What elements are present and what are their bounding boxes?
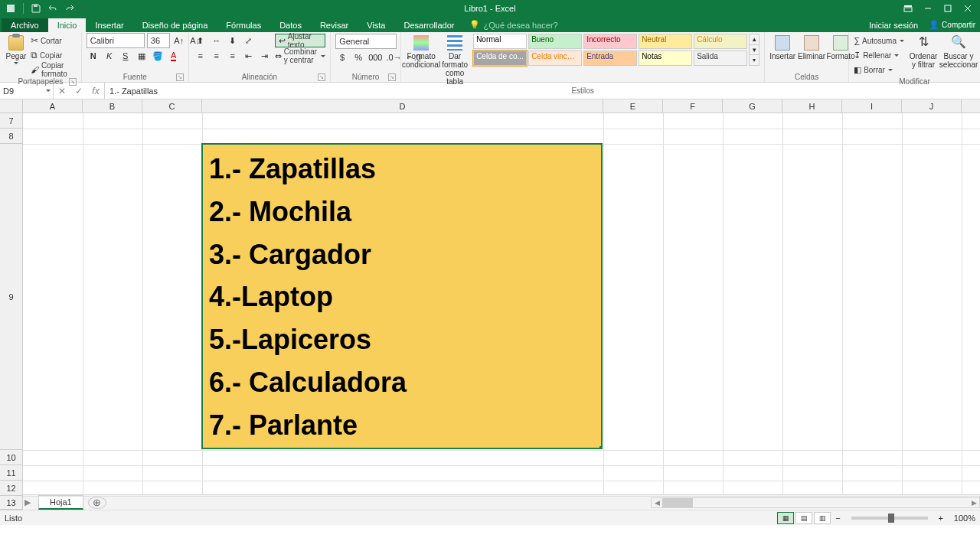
find-select-button[interactable]: 🔍Buscar y seleccionar (942, 34, 975, 69)
maximize-icon[interactable] (939, 2, 957, 15)
fill-button[interactable]: ↧Rellenar (854, 48, 905, 62)
align-top-icon[interactable]: ⬆ (194, 34, 207, 47)
tab-desarrollador[interactable]: Desarrollador (394, 18, 463, 32)
conditional-formatting-button[interactable]: Formato condicional (406, 34, 436, 69)
cancel-formula-icon[interactable]: ✕ (54, 86, 70, 96)
border-button[interactable]: ▦ (135, 49, 149, 63)
col-header-I[interactable]: I (842, 99, 902, 112)
styles-scroll[interactable]: ▲▼▾ (749, 34, 760, 66)
col-header-G[interactable]: G (723, 99, 782, 112)
merge-center-button[interactable]: ⇔Combinar y centrar (275, 49, 325, 63)
close-icon[interactable] (959, 2, 977, 15)
tab-insertar[interactable]: Insertar (86, 18, 132, 32)
horizontal-scrollbar[interactable]: ◀ ▶ (651, 497, 980, 508)
font-color-button[interactable]: A (167, 49, 181, 63)
fill-color-button[interactable]: 🪣 (151, 49, 165, 63)
cut-button[interactable]: Cortar (31, 34, 77, 47)
save-icon[interactable] (30, 2, 42, 15)
font-name-combo[interactable]: Calibri (87, 33, 145, 48)
col-header-E[interactable]: E (603, 99, 663, 112)
tell-me[interactable]: 💡 ¿Qué desea hacer? (463, 18, 564, 32)
decrease-indent-icon[interactable]: ⇤ (242, 49, 256, 63)
accounting-format-icon[interactable]: $ (335, 51, 349, 64)
style-neutral[interactable]: Neutral (639, 34, 692, 49)
row-header-7[interactable]: 7 (0, 113, 22, 129)
zoom-in-icon[interactable]: + (939, 514, 943, 523)
align-center-icon[interactable]: ≡ (210, 49, 224, 63)
underline-button[interactable]: S (119, 49, 132, 63)
format-painter-button[interactable]: Copiar formato (31, 63, 77, 77)
paste-button[interactable]: Pegar (5, 34, 28, 65)
minimize-icon[interactable] (919, 2, 937, 15)
font-dialog-icon[interactable]: ↘ (176, 73, 184, 81)
style-incorrecto[interactable]: Incorrecto (583, 34, 637, 49)
comma-format-icon[interactable]: 000 (368, 51, 383, 64)
bold-button[interactable]: N (87, 49, 100, 63)
col-header-D[interactable]: D (202, 99, 603, 112)
tab-fórmulas[interactable]: Fórmulas (217, 18, 270, 32)
sign-in[interactable]: Iniciar sesión (863, 18, 924, 32)
row-header-11[interactable]: 11 (0, 465, 22, 481)
col-header-B[interactable]: B (83, 99, 142, 112)
orientation-icon[interactable]: ⤢ (242, 34, 256, 47)
style-salida[interactable]: Salida (694, 51, 747, 66)
col-header-F[interactable]: F (663, 99, 723, 112)
normal-view-icon[interactable]: ▦ (777, 512, 794, 524)
align-middle-icon[interactable]: ↔ (210, 34, 224, 47)
increase-decimal-icon[interactable]: .0→ (385, 51, 402, 64)
sheet-tab[interactable]: Hoja1 (38, 495, 83, 510)
row-headers[interactable]: 78910111213 (0, 113, 23, 510)
tab-file[interactable]: Archivo (2, 18, 48, 32)
worksheet-grid[interactable]: ABCDEFGHIJ 78910111213 1.- Zapatillas 2.… (0, 99, 980, 494)
cell-styles-gallery[interactable]: NormalBuenoIncorrectoNeutralCálculoCelda… (473, 34, 747, 66)
qat-customize-icon[interactable] (80, 2, 87, 15)
row-header-9[interactable]: 9 (0, 144, 22, 450)
format-as-table-button[interactable]: Dar formato como tabla (439, 34, 470, 86)
row-header-12[interactable]: 12 (0, 481, 22, 496)
column-headers[interactable]: ABCDEFGHIJ (23, 99, 980, 113)
number-dialog-icon[interactable]: ↘ (388, 73, 396, 81)
copy-button[interactable]: Copiar (31, 48, 77, 62)
tab-diseño-de-página[interactable]: Diseño de página (133, 18, 217, 32)
insert-cells-button[interactable]: Insertar (769, 34, 795, 60)
clipboard-dialog-icon[interactable]: ↘ (69, 78, 77, 86)
align-right-icon[interactable]: ≡ (226, 49, 240, 63)
share-button[interactable]: 👤 Compartir (924, 18, 980, 32)
name-box[interactable]: D9 (0, 83, 54, 99)
fx-icon[interactable]: fx (87, 86, 104, 96)
increase-font-icon[interactable]: A↑ (172, 34, 186, 47)
page-break-view-icon[interactable]: ▥ (814, 512, 831, 524)
select-all-corner[interactable] (0, 99, 23, 113)
autosum-button[interactable]: ∑Autosuma (854, 34, 905, 47)
tab-vista[interactable]: Vista (358, 18, 394, 32)
col-header-C[interactable]: C (142, 99, 202, 112)
tab-revisar[interactable]: Revisar (311, 18, 358, 32)
row-header-10[interactable]: 10 (0, 450, 22, 465)
style-celda-de-co-[interactable]: Celda de co... (473, 51, 527, 66)
col-header-H[interactable]: H (782, 99, 842, 112)
zoom-slider[interactable] (851, 517, 928, 520)
style-notas[interactable]: Notas (639, 51, 692, 66)
style-entrada[interactable]: Entrada (583, 51, 637, 66)
delete-cells-button[interactable]: Eliminar (799, 34, 825, 60)
ribbon-options-icon[interactable] (899, 2, 917, 15)
zoom-level[interactable]: 100% (948, 514, 975, 523)
page-layout-view-icon[interactable]: ▤ (795, 512, 812, 524)
clear-button[interactable]: ◧Borrar (854, 63, 905, 77)
alignment-dialog-icon[interactable]: ↘ (318, 73, 325, 81)
align-bottom-icon[interactable]: ⬇ (226, 34, 240, 47)
style-bueno[interactable]: Bueno (528, 34, 582, 49)
add-sheet-button[interactable]: ⊕ (88, 497, 106, 509)
number-format-combo[interactable]: General (335, 34, 397, 49)
increase-indent-icon[interactable]: ⇥ (258, 49, 272, 63)
row-header-13[interactable]: 13 (0, 496, 22, 510)
wrap-text-button[interactable]: ↩Ajustar texto (275, 34, 325, 47)
fill-handle[interactable] (599, 446, 603, 449)
zoom-out-icon[interactable]: − (835, 514, 840, 523)
style-c-lculo[interactable]: Cálculo (694, 34, 747, 49)
row-header-8[interactable]: 8 (0, 129, 22, 144)
percent-format-icon[interactable]: % (351, 51, 365, 64)
align-left-icon[interactable]: ≡ (194, 49, 207, 63)
col-header-J[interactable]: J (902, 99, 962, 112)
enter-formula-icon[interactable]: ✓ (70, 86, 87, 96)
